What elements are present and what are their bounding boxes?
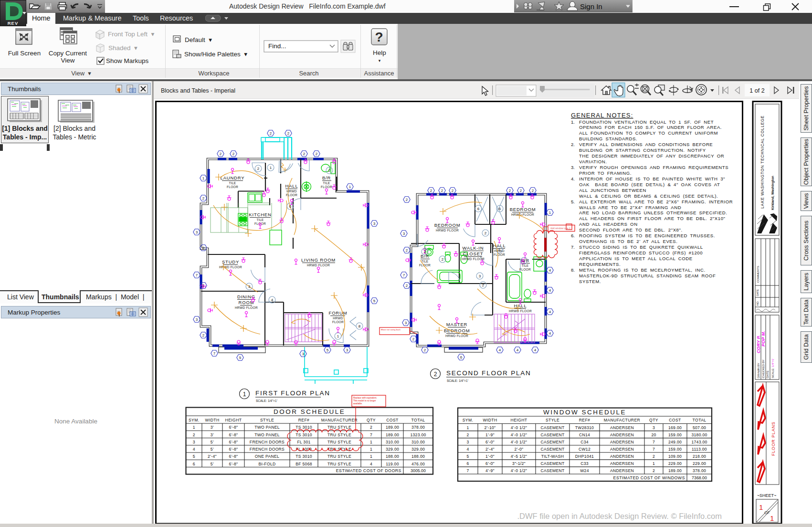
svg-text:6’-0": 6’-0" (485, 461, 495, 466)
svg-text:6: 6 (499, 207, 501, 211)
svg-text:MANUFACTURER: MANUFACTURER (604, 418, 640, 422)
svg-text:SYM.: SYM. (463, 418, 474, 422)
svg-text:HEIGHT: HEIGHT (225, 418, 242, 422)
svg-text:8.: 8. (571, 267, 575, 273)
svg-text:2: 2 (202, 284, 205, 288)
svg-text:FRENCH DOORS: FRENCH DOORS (250, 447, 285, 452)
svg-text:.DWF file open in Autodesk Des: .DWF file open in Autodesk Design Review… (517, 512, 722, 520)
svg-text:1: 1 (337, 334, 339, 338)
svg-text:Move not swing back: Move not swing back (381, 328, 401, 331)
svg-text:NO.: NO. (756, 301, 759, 306)
svg-text:Replace with equivalent.: Replace with equivalent. (353, 397, 377, 399)
svg-text:3: 3 (403, 232, 405, 236)
svg-text:CHECKED BY: CHECKED BY (762, 359, 765, 378)
svg-text:6.: 6. (571, 233, 575, 238)
svg-text:LAUNDRY: LAUNDRY (221, 175, 245, 180)
svg-text:2: 2 (257, 167, 260, 171)
svg-text:CASEMENT: CASEMENT (540, 432, 565, 437)
svg-text:TILE: TILE (229, 181, 236, 185)
svg-text:SYM.: SYM. (189, 418, 200, 422)
svg-text:TS 3010: TS 3010 (295, 432, 312, 437)
svg-text:ALL FOUNDATION TO COMPLY TO CU: ALL FOUNDATION TO COMPLY TO CURRENT UNIF… (579, 130, 718, 136)
svg-text:TWO PANEL: TWO PANEL (254, 425, 280, 430)
svg-text:METAL ROOFING IS TO BE MCELROY: METAL ROOFING IS TO BE MCELROYMETAL, INC… (579, 267, 706, 273)
svg-text:SCALE: 1/4"=1’: SCALE: 1/4"=1’ (256, 399, 278, 402)
svg-text:REV: REV (8, 21, 19, 26)
svg-text:TW28310: TW28310 (575, 425, 594, 430)
svg-text:2’-4": 2’-4" (485, 447, 495, 452)
svg-text:2: 2 (485, 231, 487, 235)
svg-text:VARIATION.: VARIATION. (579, 159, 607, 164)
svg-text:CN14: CN14 (579, 432, 590, 437)
svg-text:ESTIMATED COST OF DOORS: ESTIMATED COST OF DOORS (336, 468, 401, 473)
svg-text:249.00: 249.00 (668, 440, 682, 444)
svg-text:TRU STYLE: TRU STYLE (327, 454, 351, 459)
svg-text:3180.00: 3180.00 (691, 432, 707, 437)
svg-text:7: 7 (196, 273, 198, 277)
svg-text:2: 2 (466, 432, 469, 437)
svg-text:TRU STYLE: TRU STYLE (327, 440, 351, 444)
svg-text:7: 7 (466, 468, 469, 473)
svg-text:FIRST FLOOR PLAN: FIRST FLOOR PLAN (255, 390, 330, 397)
svg-text:4: 4 (370, 462, 372, 466)
svg-text:3: 3 (466, 440, 469, 444)
svg-text:This model is no longer: This model is no longer (353, 400, 376, 402)
svg-text:CASEMENT: CASEMENT (540, 440, 565, 444)
svg-text:5: 5 (466, 454, 469, 459)
svg-text:TS 3010: TS 3010 (295, 425, 312, 430)
svg-text:BUILDING STANDARDS.: BUILDING STANDARDS. (579, 136, 637, 141)
svg-text:DRAWN BY: DRAWN BY (757, 363, 760, 378)
svg-text:169.00: 169.00 (668, 425, 682, 430)
svg-text:WALK-IN: WALK-IN (463, 245, 484, 251)
svg-text:4: 4 (499, 348, 501, 352)
svg-text:Kirkland, Washington: Kirkland, Washington (771, 176, 775, 210)
svg-text:6’-8": 6’-8" (229, 432, 238, 437)
svg-text:ANDERSEN: ANDERSEN (610, 447, 634, 452)
svg-text:2: 2 (523, 259, 526, 263)
svg-text:COST: COST (669, 418, 681, 422)
svg-text:4: 4 (534, 348, 537, 352)
svg-text:4.: 4. (571, 176, 575, 181)
svg-text:329.00: 329.00 (411, 447, 425, 452)
svg-text:ESTIMATED COST OF WINDOWS: ESTIMATED COST OF WINDOWS (613, 475, 685, 480)
svg-text:6’-8": 6’-8" (229, 462, 238, 466)
svg-text:DOOR SCHEDULE: DOOR SCHEDULE (274, 408, 345, 415)
svg-text:ALL HEADERS ON FIRST FLOOR ARE: ALL HEADERS ON FIRST FLOOR ARE TO BE DBL… (579, 216, 725, 221)
svg-text:6’-8": 6’-8" (229, 454, 238, 459)
svg-text:ALL EXTERIOR WALL ARE TO BE 2": ALL EXTERIOR WALL ARE TO BE 2"X6" FRAMIN… (579, 199, 733, 204)
svg-text:VERIFY ALL DIMENSIONS AND COND: VERIFY ALL DIMENSIONS AND CONDITIONS BEF… (579, 142, 713, 147)
svg-text:4’-0 1/2": 4’-0 1/2" (511, 468, 527, 473)
svg-text:WINDOW SCHEDULE: WINDOW SCHEDULE (543, 409, 626, 416)
svg-text:4: 4 (271, 298, 274, 302)
svg-text:2: 2 (406, 198, 408, 202)
svg-text:BUILDING OR STARTING CONSTRUCT: BUILDING OR STARTING CONSTRUCTION. NOTIF… (579, 148, 706, 153)
svg-text:1: 1 (653, 461, 655, 466)
svg-text:7: 7 (370, 432, 372, 437)
svg-text:8: 8 (359, 324, 361, 328)
svg-text:2: 2 (412, 337, 415, 341)
svg-text:1: 1 (370, 454, 372, 459)
svg-text:REF#: REF# (298, 418, 310, 422)
svg-text:3: 3 (193, 440, 195, 444)
svg-text:3’: 3’ (211, 432, 214, 437)
svg-text:FOUNDATION VENTILATION EQUAL T: FOUNDATION VENTILATION EQUAL TO 1 SF. OF… (579, 119, 714, 125)
svg-text:3: 3 (248, 285, 251, 289)
svg-text:5’: 5’ (211, 447, 214, 452)
svg-text:TOTAL: TOTAL (693, 418, 707, 422)
svg-text:HRWD FLOOR: HRWD FLOOR (436, 229, 459, 232)
svg-text:REF#: REF# (579, 418, 591, 422)
svg-text:MASTERLOK-9D STRUCTURAL STANDI: MASTERLOK-9D STRUCTURAL STANDING SEAM RO… (579, 273, 716, 278)
svg-text:FL 301: FL 301 (297, 440, 310, 444)
svg-text:FIBERGLASS REINFORCED STUCCO (: FIBERGLASS REINFORCED STUCCO (FRS) #1200 (579, 250, 703, 255)
svg-text:2: 2 (303, 152, 306, 156)
svg-text:1: 1 (770, 514, 774, 522)
svg-text:4: 4 (549, 268, 551, 273)
svg-text:3: 3 (653, 425, 655, 430)
svg-text:FLOOR: FLOOR (227, 185, 238, 189)
svg-text:2: 2 (509, 189, 511, 193)
svg-text:ALL JUNCTIONS BETWEEN: ALL JUNCTIONS BETWEEN (579, 188, 646, 193)
svg-text:TS 3010: TS 3010 (295, 454, 312, 459)
svg-text:FLOOR: FLOOR (332, 320, 344, 324)
svg-text:3.: 3. (571, 165, 575, 170)
svg-text:4: 4 (466, 447, 469, 452)
